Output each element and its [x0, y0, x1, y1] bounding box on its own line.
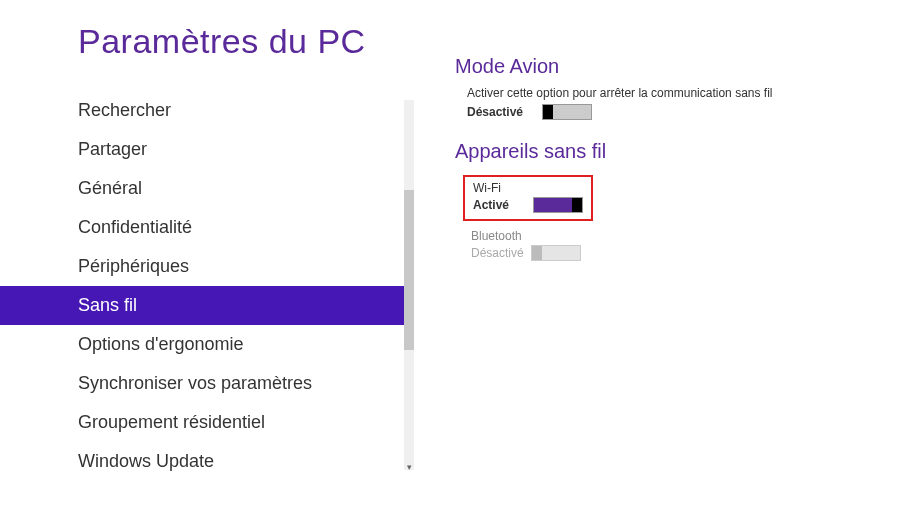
wireless-devices-title: Appareils sans fil: [455, 140, 920, 163]
wifi-highlight-box: Wi-Fi Activé: [463, 175, 593, 221]
scroll-thumb[interactable]: [404, 190, 414, 350]
sidebar-item-peripheriques[interactable]: Périphériques: [0, 247, 404, 286]
sidebar-scrollbar[interactable]: ▴ ▾: [404, 100, 414, 470]
sidebar-item-sans-fil[interactable]: Sans fil: [0, 286, 404, 325]
content-pane: Mode Avion Activer cette option pour arr…: [430, 0, 920, 517]
sidebar-item-confidentialite[interactable]: Confidentialité: [0, 208, 404, 247]
sidebar: Paramètres du PC Rechercher Partager Gén…: [0, 0, 430, 517]
wifi-row: Activé: [473, 197, 583, 213]
wireless-devices-section: Appareils sans fil Wi-Fi Activé Bluetoot…: [455, 140, 920, 261]
sidebar-item-general[interactable]: Général: [0, 169, 404, 208]
wifi-toggle[interactable]: [533, 197, 583, 213]
airplane-mode-section: Mode Avion Activer cette option pour arr…: [455, 55, 920, 120]
sidebar-item-partager[interactable]: Partager: [0, 130, 404, 169]
airplane-mode-row: Désactivé: [467, 104, 920, 120]
airplane-mode-title: Mode Avion: [455, 55, 920, 78]
nav-list: Rechercher Partager Général Confidential…: [0, 91, 430, 481]
bluetooth-status: Désactivé: [471, 246, 531, 260]
sidebar-item-synchroniser[interactable]: Synchroniser vos paramètres: [0, 364, 404, 403]
toggle-knob: [543, 105, 553, 119]
sidebar-item-options-ergonomie[interactable]: Options d'ergonomie: [0, 325, 404, 364]
bluetooth-toggle: [531, 245, 581, 261]
airplane-mode-toggle[interactable]: [542, 104, 592, 120]
wifi-label: Wi-Fi: [473, 181, 583, 195]
sidebar-item-windows-update[interactable]: Windows Update: [0, 442, 404, 481]
toggle-knob: [532, 246, 542, 260]
sidebar-item-rechercher[interactable]: Rechercher: [0, 91, 404, 130]
wifi-status: Activé: [473, 198, 533, 212]
bluetooth-label: Bluetooth: [471, 229, 920, 243]
toggle-knob: [572, 198, 582, 212]
bluetooth-row: Désactivé: [471, 245, 920, 261]
scroll-down-icon[interactable]: ▾: [404, 462, 414, 472]
airplane-mode-description: Activer cette option pour arrêter la com…: [467, 86, 920, 100]
bluetooth-block: Bluetooth Désactivé: [471, 229, 920, 261]
airplane-mode-status: Désactivé: [467, 105, 542, 119]
sidebar-item-groupement[interactable]: Groupement résidentiel: [0, 403, 404, 442]
page-title: Paramètres du PC: [0, 22, 430, 61]
